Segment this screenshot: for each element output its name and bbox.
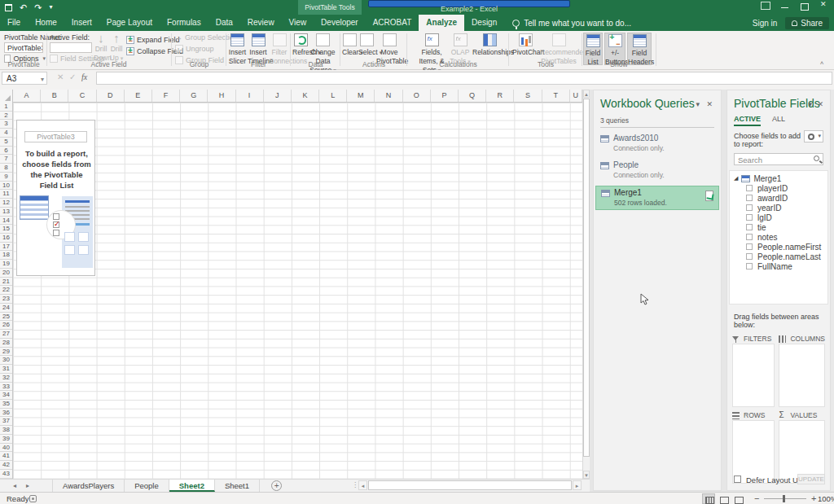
column-header-m[interactable]: M: [347, 90, 375, 102]
row-header-4[interactable]: 4: [0, 129, 12, 138]
column-header-e[interactable]: E: [125, 90, 152, 102]
queries-pane-close-icon[interactable]: [706, 100, 713, 108]
ribbon-tab-review[interactable]: Review: [240, 15, 282, 31]
sign-in-button[interactable]: Sign in: [753, 19, 778, 28]
ribbon-tab-formulas[interactable]: Formulas: [160, 15, 208, 31]
ribbon-tab-insert[interactable]: Insert: [64, 15, 99, 31]
column-header-c[interactable]: C: [68, 90, 96, 102]
sheet-tab-sheet1[interactable]: Sheet1: [215, 480, 260, 492]
row-header-31[interactable]: 31: [0, 365, 12, 374]
column-header-l[interactable]: L: [319, 90, 347, 102]
field-checkbox[interactable]: [746, 253, 753, 260]
row-header-3[interactable]: 3: [0, 120, 12, 129]
row-header-30[interactable]: 30: [0, 356, 12, 365]
scroll-right-icon[interactable]: ▸: [573, 480, 582, 490]
row-header-34[interactable]: 34: [0, 391, 12, 400]
refresh-button[interactable]: Refresh: [292, 33, 309, 56]
restore-icon[interactable]: [800, 2, 810, 10]
row-header-14[interactable]: 14: [0, 217, 12, 226]
row-header-38[interactable]: 38: [0, 426, 12, 435]
tell-me-box[interactable]: Tell me what you want to do...: [504, 15, 631, 31]
field-checkbox[interactable]: [746, 214, 753, 221]
field-checkbox[interactable]: [746, 224, 753, 230]
field-checkbox[interactable]: [746, 243, 753, 250]
search-input[interactable]: Search: [734, 153, 823, 165]
zoom-level-label[interactable]: 100%: [818, 494, 834, 503]
save-icon[interactable]: [5, 4, 12, 11]
row-header-15[interactable]: 15: [0, 225, 12, 234]
scroll-down-icon[interactable]: ▼: [583, 471, 590, 479]
row-header-24[interactable]: 24: [0, 304, 12, 313]
column-header-k[interactable]: K: [292, 90, 319, 102]
field-item-fullname[interactable]: FullName: [730, 261, 827, 271]
normal-view-icon[interactable]: [702, 493, 715, 504]
select-all-corner[interactable]: [0, 90, 13, 103]
column-header-s[interactable]: S: [514, 90, 542, 102]
field-checkbox[interactable]: [746, 263, 753, 270]
column-header-j[interactable]: J: [264, 90, 292, 102]
pivottable-name-input[interactable]: PivotTable3: [4, 42, 43, 53]
ribbon-tab-design[interactable]: Design: [464, 15, 504, 31]
ribbon-tab-developer[interactable]: Developer: [314, 15, 366, 31]
row-header-39[interactable]: 39: [0, 435, 12, 444]
field-item-people-namelast[interactable]: People.nameLast: [730, 252, 827, 261]
area-dropzone-columns[interactable]: [779, 344, 825, 407]
worksheet-cells[interactable]: [13, 103, 582, 479]
row-header-2[interactable]: 2: [0, 112, 12, 121]
vertical-scroll-thumb[interactable]: [583, 99, 590, 457]
column-header-i[interactable]: I: [236, 90, 264, 102]
ribbon-tab-acrobat[interactable]: ACROBAT: [366, 15, 419, 31]
select-button[interactable]: Select: [358, 33, 375, 56]
enter-icon[interactable]: ✓: [69, 72, 76, 81]
column-header-t[interactable]: T: [542, 90, 570, 102]
sheet-tab-sheet2[interactable]: Sheet2: [169, 480, 215, 492]
column-header-f[interactable]: F: [152, 90, 180, 102]
pivottable-placeholder[interactable]: PivotTable3 To build a report, choose fi…: [16, 120, 95, 276]
column-header-p[interactable]: P: [431, 90, 459, 102]
row-header-43[interactable]: 43: [0, 470, 12, 479]
active-field-input[interactable]: [50, 42, 92, 53]
tab-all[interactable]: ALL: [772, 115, 785, 126]
tab-splitter-handle[interactable]: ⋮: [352, 481, 358, 489]
tools-dropdown-button[interactable]: [804, 130, 823, 142]
collapse-ribbon-icon[interactable]: ˄: [818, 60, 826, 67]
row-header-19[interactable]: 19: [0, 260, 12, 269]
page-layout-view-icon[interactable]: [717, 493, 730, 504]
group-selection-button[interactable]: →Group Selection: [175, 33, 225, 42]
column-header-r[interactable]: R: [486, 90, 514, 102]
minimize-icon[interactable]: [780, 2, 790, 10]
row-header-6[interactable]: 6: [0, 147, 12, 156]
ribbon-tab-home[interactable]: Home: [28, 15, 64, 31]
row-header-23[interactable]: 23: [0, 295, 12, 304]
row-header-17[interactable]: 17: [0, 243, 12, 252]
row-header-27[interactable]: 27: [0, 330, 12, 339]
collapse-tree-icon[interactable]: ◢: [734, 175, 738, 182]
drill-up-button[interactable]: ↑Drill Up: [109, 33, 124, 62]
queries-pane-menu-icon[interactable]: [696, 100, 700, 108]
row-header-42[interactable]: 42: [0, 461, 12, 470]
row-header-40[interactable]: 40: [0, 444, 12, 453]
ribbon-tab-data[interactable]: Data: [208, 15, 240, 31]
redo-icon[interactable]: ↷: [34, 2, 42, 13]
row-header-18[interactable]: 18: [0, 251, 12, 260]
zoom-out-icon[interactable]: −: [754, 493, 759, 503]
field-item-playerid[interactable]: playerID: [730, 183, 827, 193]
row-header-9[interactable]: 9: [0, 173, 12, 182]
row-header-1[interactable]: 1: [0, 103, 12, 112]
ribbon-tab-view[interactable]: View: [282, 15, 314, 31]
row-header-20[interactable]: 20: [0, 269, 12, 278]
update-button[interactable]: UPDATE: [797, 474, 825, 484]
ribbon-tab-page-layout[interactable]: Page Layout: [99, 15, 160, 31]
ribbon-display-options-icon[interactable]: [761, 2, 770, 10]
row-header-28[interactable]: 28: [0, 339, 12, 348]
fields-pane-menu-icon[interactable]: [808, 100, 812, 108]
row-header-37[interactable]: 37: [0, 417, 12, 426]
column-header-h[interactable]: H: [208, 90, 235, 102]
ribbon-tab-analyze[interactable]: Analyze: [419, 15, 464, 31]
row-header-5[interactable]: 5: [0, 138, 12, 147]
row-header-13[interactable]: 13: [0, 208, 12, 217]
vertical-scrollbar[interactable]: ▲ ▼: [582, 90, 590, 479]
clear-button[interactable]: Clear: [342, 33, 357, 56]
field-item-people-namefirst[interactable]: People.nameFirst: [730, 242, 827, 252]
column-header-b[interactable]: B: [41, 90, 68, 102]
